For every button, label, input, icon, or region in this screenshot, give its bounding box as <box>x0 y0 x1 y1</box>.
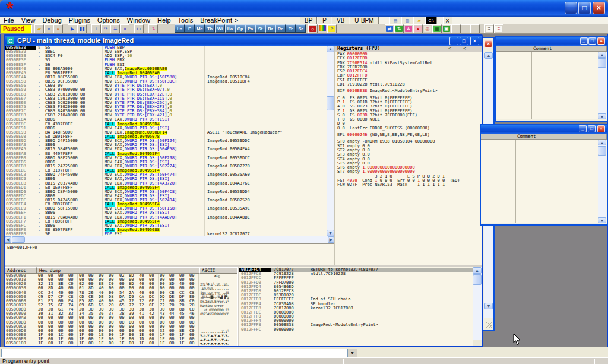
scroll-thumb[interactable] <box>598 146 606 156</box>
close-icon[interactable]: × <box>484 40 492 48</box>
register-line[interactable]: ESP 0012FFC4 <box>335 69 482 74</box>
maximize-button[interactable]: □ <box>588 125 596 132</box>
register-line[interactable]: EDI 7C910228 ntdll.7C910228 <box>335 83 482 87</box>
close-button[interactable]: × <box>597 125 605 132</box>
disasm-row[interactable]: 0050BEEF.8B06MOV EAX,DWORD PTR DS:[ESI] <box>5 211 327 215</box>
pane-button-me[interactable]: Me <box>195 24 205 33</box>
disasm-row[interactable]: 0050BE93.BA 14BF5000MOV EDX,ImageRed.005… <box>5 131 327 135</box>
column-hexdump[interactable]: Hex dump <box>37 267 200 274</box>
tile-window-icon[interactable]: ▣ <box>442 24 451 33</box>
scroll-down-icon[interactable]: ▼ <box>598 217 606 223</box>
disasm-row[interactable]: 0050BED1.E8 1E97F8FFCALL ImageRed.004955… <box>5 186 327 190</box>
blank-button[interactable] <box>461 24 470 33</box>
pane-button-e[interactable]: E <box>185 24 195 33</box>
menu-item-view[interactable]: View <box>18 17 39 24</box>
column-ascii[interactable]: ASCII <box>200 267 238 274</box>
dump-row[interactable]: 0050C09030313233343536373839414243444546… <box>5 312 238 316</box>
register-line[interactable]: C 0 ES 0023 32bit 0(FFFFFFFF) <box>335 96 482 100</box>
scroll-right-icon[interactable]: ▶ <box>328 236 334 243</box>
blank-button[interactable] <box>470 24 480 33</box>
disasm-row[interactable]: 0050BEB0.8B0D 98F25000MOV ECX,DWORD PTR … <box>5 156 327 160</box>
pane-button-st[interactable]: St <box>255 24 265 33</box>
disasm-row[interactable]: 0050BE40.B8 B0BA5000MOV EAX,ImageRed.005… <box>5 67 327 71</box>
register-line[interactable]: ST0 empty -UNORM B938 01050104 00000000 <box>335 140 482 144</box>
disasm-row[interactable]: 0050BE7C.C683 8A030000 00MOV BYTE PTR DS… <box>5 109 327 113</box>
execute-till-return-icon[interactable]: ↦ <box>134 24 144 33</box>
register-line[interactable]: EIP 0050BE38 ImageRed.<ModuleEntryPoint> <box>335 89 482 93</box>
dropdown-arrow-icon[interactable]: ▼ <box>347 349 357 357</box>
disasm-row[interactable]: 0050BEBE.E8 3197F8FFCALL ImageRed.004955… <box>5 169 327 173</box>
register-line[interactable]: FCW 027F Prec NEAR,53 Mask 1 1 1 1 1 1 <box>335 183 482 187</box>
disasm-row[interactable]: 0050BEC3.8B0D 74F45000MOV ECX,DWORD PTR … <box>5 173 327 177</box>
register-line[interactable]: A 0 SS 0023 32bit 0(FFFFFFFF) <box>335 105 482 109</box>
register-line[interactable]: EBX 7FFD7000 <box>335 65 482 69</box>
pane-button-th[interactable]: Th <box>205 24 215 33</box>
menu-item-window[interactable]: Window <box>124 17 154 24</box>
register-line[interactable]: ST4 empty 0.0 <box>335 157 482 162</box>
cpu-minimize-button[interactable]: _ <box>449 37 458 45</box>
disassembly-vscrollbar[interactable]: ▲ ▼ <box>327 46 334 236</box>
column-blank[interactable] <box>481 134 515 139</box>
menu-button-p[interactable]: P <box>318 17 331 24</box>
disasm-row[interactable]: 0050BE8A.8B06MOV EAX,DWORD PTR DS:[ESI] <box>5 118 327 122</box>
dump-row[interactable]: 0050C0000000000000000000028D400000000000… <box>5 274 238 278</box>
pane-button-cp[interactable]: Cp <box>235 24 245 33</box>
scrollbar[interactable]: ▲ ▼ <box>598 52 606 119</box>
log-list-marked-icon[interactable]: ≡ <box>494 24 504 33</box>
register-line[interactable]: ST5 empty 0.0 <box>335 162 482 166</box>
window-titlebar[interactable]: _ □ × <box>496 37 607 46</box>
options-gear-icon[interactable]: ☼ <box>308 24 318 33</box>
dump-row[interactable]: 0050C040CC24400078264000542A400000CBCCC8… <box>5 291 238 295</box>
disasm-row[interactable]: 0050BE39.8BECMOV EBP,ESP <box>5 50 327 54</box>
menu-item-file[interactable]: File <box>0 17 18 24</box>
pane-button-wi[interactable]: Wi <box>215 24 225 33</box>
disasm-row[interactable]: 0050BE3E.53PUSH EBX <box>5 58 327 62</box>
close-program-icon[interactable]: × <box>53 24 63 33</box>
menu-item-options[interactable]: Options <box>94 17 124 24</box>
disasm-row[interactable]: 0050BEDE.8B15 D4245000MOV EDX,DWORD PTR … <box>5 198 327 202</box>
disasm-row[interactable]: 0050BEF1.8B15 70A84A00MOV EDX,DWORD PTR … <box>5 216 327 220</box>
cpu-maximize-button[interactable]: □ <box>460 37 468 45</box>
register-line[interactable]: ST3 empty 0.0 <box>335 153 482 157</box>
menu-item-tools[interactable]: Tools <box>175 17 197 24</box>
register-line[interactable]: EDX 7C90E514 ntdll.KiFastSystemCallRet <box>335 61 482 65</box>
menu-item-debug[interactable]: Debug <box>39 17 65 24</box>
pane-button-tr[interactable]: Tr <box>286 24 296 33</box>
disasm-row[interactable]: 0050BE3B.83C4 F0ADD ESP,-10 <box>5 54 327 58</box>
disasm-row[interactable]: 0050BEA3.8B06MOV EAX,DWORD PTR DS:[ESI] <box>5 143 327 147</box>
disasm-row[interactable]: 0050BE45.E8 56B1EFFFCALL ImageRed.00406F… <box>5 71 327 75</box>
run-icon[interactable]: ▶ <box>68 24 77 33</box>
appearance-icon[interactable] <box>318 24 327 33</box>
scroll-thumb[interactable] <box>12 236 25 243</box>
pane-button-ln[interactable]: Ln <box>175 24 185 33</box>
scroll-down-icon[interactable]: ▼ <box>327 230 334 236</box>
disasm-row[interactable]: 0050BED6.8B0D C8F45000MOV ECX,DWORD PTR … <box>5 190 327 194</box>
mdi-close-button[interactable]: X <box>443 17 452 24</box>
stack-scrollbar[interactable]: ▲ <box>473 267 482 340</box>
document-icon[interactable]: ▥ <box>401 17 413 24</box>
scroll-down-icon[interactable]: ▼ <box>484 303 493 309</box>
minimize-button[interactable]: _ <box>580 37 588 45</box>
disasm-row[interactable]: 0050BEE9.8B0D 58F15000MOV ECX,DWORD PTR … <box>5 207 327 211</box>
scroll-thumb[interactable] <box>327 96 334 110</box>
scroll-left-icon[interactable]: ◀ <box>5 236 11 243</box>
edit-document-icon[interactable]: ▤ <box>390 17 401 24</box>
dump-row[interactable]: 0050C0E01F001C001F001E001F001E001F001F00… <box>5 333 238 337</box>
blank-button[interactable] <box>451 24 461 33</box>
maximize-button[interactable]: □ <box>578 2 591 14</box>
menu-item-breakpoint[interactable]: BreakPoint-> <box>197 17 242 24</box>
close-button[interactable]: × <box>593 2 605 14</box>
pane-button-re[interactable]: Re <box>276 24 286 33</box>
keypad-icon[interactable]: ▦ <box>432 24 442 33</box>
disasm-row[interactable]: 0050BEB8.8B15 24225000MOV EDX,DWORD PTR … <box>5 164 327 169</box>
pane-button-br[interactable]: Br <box>265 24 276 33</box>
disasm-row[interactable]: 0050BEDC.8B06MOV EAX,DWORD PTR DS:[ESI] <box>5 194 327 198</box>
minimize-button[interactable]: _ <box>565 2 577 14</box>
menu-item-help[interactable]: Help <box>154 17 175 24</box>
dump-row[interactable]: 0050C050C9D7CFC8CDCEDBD8DAD9CADCDDDEDFE0… <box>5 295 238 299</box>
disasm-row[interactable]: 0050BE9D.8B0D 24F15000MOV ECX,DWORD PTR … <box>5 139 327 143</box>
goto-address-icon[interactable]: ↴ <box>148 24 158 33</box>
pause-icon[interactable]: ▮▮ <box>77 24 87 33</box>
register-line[interactable]: ST2 empty 0.0 <box>335 148 482 153</box>
register-line[interactable]: FST 4020 Cond 1 0 0 0 Err 0 0 1 0 0 0 0 … <box>335 179 482 183</box>
